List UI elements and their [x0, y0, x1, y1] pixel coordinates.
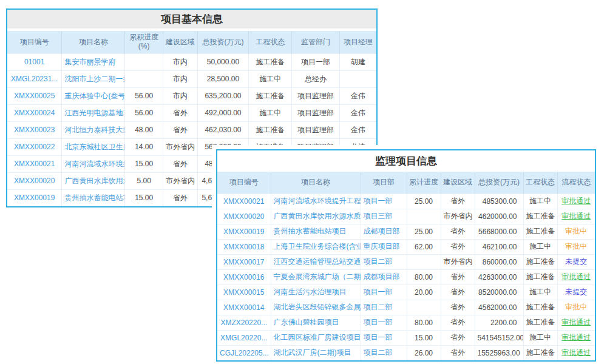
supervision-project-info-table: 项目编号项目名称项目部累计进度建设区域总投资(万元)工程状态流程状态 XMXX0… — [217, 172, 595, 360]
project-name[interactable]: 贵州抽水蓄能电站项目 — [62, 189, 125, 206]
project-name[interactable]: 重庆体验中心(叁号... — [62, 87, 125, 104]
flow-status-cell[interactable]: 审批中 — [557, 300, 595, 315]
table-row: CGJL202205...湖北武汉厂房(二期)项目项目二部26.00省外1552… — [217, 345, 595, 360]
project-name[interactable]: 上海卫生院业务综合楼(含业务用... — [271, 239, 361, 254]
project-id[interactable]: XMXX00023 — [7, 121, 62, 138]
investment-cell: 4620000.00 — [475, 209, 523, 224]
manager-cell: 金伟 — [339, 104, 376, 121]
project-id[interactable]: XMXX00024 — [7, 104, 62, 121]
project-name[interactable]: 化工园区标准厂房建设项目一期项目 — [271, 330, 361, 345]
project-id[interactable]: XMXX00022 — [7, 138, 62, 155]
project-id[interactable]: XMGL20231... — [7, 70, 62, 87]
project-dept[interactable]: 项目三部 — [361, 209, 407, 224]
project-name[interactable]: 江西交通运输管理总站交通枢纽及... — [271, 254, 361, 269]
project-name[interactable]: 宁夏会展湾东城广场（二期）工程 — [271, 269, 361, 285]
project-dept[interactable]: 成都项目部 — [361, 224, 407, 239]
flow-status-cell[interactable]: 审批通过 — [557, 345, 595, 360]
project-id[interactable]: XMXX00017 — [217, 254, 271, 269]
project-name[interactable]: 贵州抽水蓄能电站项目 — [271, 224, 361, 239]
flow-status-cell[interactable]: 审批通过 — [557, 269, 595, 285]
project-name[interactable]: 湖北岩头区段铅锌银多金属矿开采... — [271, 300, 361, 315]
investment-cell: 2200.00 — [475, 315, 523, 330]
department-cell: 项目一部 — [292, 53, 340, 70]
region-cell: 省外 — [441, 345, 475, 360]
project-id[interactable]: XMXX00018 — [217, 239, 271, 254]
flow-status-cell[interactable]: 审批中 — [557, 224, 595, 239]
table-row: XMXX00019贵州抽水蓄能电站项目成都项目部25.00省外5668000.0… — [217, 224, 595, 239]
project-id[interactable]: XMXX00014 — [217, 300, 271, 315]
project-dept[interactable]: 项目一部 — [361, 330, 407, 345]
project-dept[interactable]: 项目二部 — [361, 254, 407, 269]
investment-cell: 462,030.00 — [197, 121, 249, 138]
investment-cell: 462100.00 — [475, 239, 523, 254]
column-header: 累积进度(%) — [125, 31, 163, 53]
progress-cell: 14.00 — [125, 138, 163, 155]
project-dept[interactable]: 重庆项目部 — [361, 239, 407, 254]
status-cell: 施工准备 — [523, 254, 557, 269]
table-row: XMXX00015河南生活污水治理项目项目一部20.00省外8520000.00… — [217, 285, 595, 300]
flow-status-cell[interactable]: 未提交 — [557, 285, 595, 300]
region-cell: 市外省内 — [163, 172, 198, 189]
project-name[interactable]: 河北恒力泰科技大型... — [62, 121, 125, 138]
project-id[interactable]: XMXX00021 — [217, 194, 271, 209]
department-cell: 项目监理部 — [292, 121, 340, 138]
region-cell: 省外 — [441, 315, 475, 330]
progress-cell: 62.00 — [407, 239, 441, 254]
project-name[interactable]: 广西黄田水库饮用水源水质保护项目 — [271, 209, 361, 224]
project-id[interactable]: XMZX20220... — [217, 315, 271, 330]
project-id[interactable]: XMXX00016 — [217, 269, 271, 285]
project-dept[interactable]: 项目一部 — [361, 315, 407, 330]
progress-cell: 15.00 — [125, 189, 163, 206]
project-id[interactable]: XMXX00019 — [217, 224, 271, 239]
flow-status-cell[interactable]: 审批通过 — [557, 209, 595, 224]
flow-status-cell[interactable]: 审批通过 — [557, 315, 595, 330]
status-cell: 施工准备 — [523, 224, 557, 239]
flow-status-cell[interactable]: 审批中 — [557, 239, 595, 254]
manager-cell: 金伟 — [339, 87, 376, 104]
progress-cell — [125, 70, 163, 87]
project-id[interactable]: XMGL20220... — [217, 330, 271, 345]
project-name[interactable]: 集安市丽景学府 — [62, 53, 125, 70]
column-header: 项目名称 — [271, 172, 361, 194]
investment-cell: 5668000.00 — [475, 224, 523, 239]
status-cell: 施工中 — [523, 285, 557, 300]
manager-cell: 金伟 — [339, 121, 376, 138]
project-id[interactable]: CGJL202205... — [217, 345, 271, 360]
project-dept[interactable]: 成都项目部 — [361, 269, 407, 285]
progress-cell: 48.00 — [125, 121, 163, 138]
project-id[interactable]: XMXX00019 — [7, 189, 62, 206]
project-dept[interactable]: 项目二部 — [361, 345, 407, 360]
project-name[interactable]: 北京东城社区卫生服... — [62, 138, 125, 155]
project-name[interactable]: 湖北武汉厂房(二期)项目 — [271, 345, 361, 360]
project-name[interactable]: 河南河流域水环境提升工程 — [271, 194, 361, 209]
project-name[interactable]: 河南生活污水治理项目 — [271, 285, 361, 300]
project-dept[interactable]: 项目二部 — [361, 300, 407, 315]
project-id[interactable]: XMXX00015 — [217, 285, 271, 300]
project-id[interactable]: XMXX00020 — [7, 172, 62, 189]
project-name[interactable]: 江西光明电源基地工程 — [62, 104, 125, 121]
flow-status-cell[interactable]: 审批通过 — [557, 330, 595, 345]
project-dept[interactable]: 项目一部 — [361, 194, 407, 209]
table-row: XMXX00025重庆体验中心(叁号...56.00市内635,200.00施工… — [7, 87, 376, 104]
progress-cell: 26.00 — [407, 345, 441, 360]
column-header: 项目编号 — [7, 31, 62, 53]
column-header: 项目编号 — [217, 172, 271, 194]
project-dept[interactable]: 项目一部 — [361, 285, 407, 300]
project-name[interactable]: 广东佛山碧桂园项目 — [271, 315, 361, 330]
project-name[interactable]: 沈阳市上沙二期一批... — [62, 70, 125, 87]
region-cell: 市外省内 — [163, 138, 198, 155]
investment-cell: 492,000.00 — [197, 104, 249, 121]
project-id[interactable]: XMXX00021 — [7, 155, 62, 172]
department-cell: 项目监理部 — [292, 104, 340, 121]
progress-cell: 25.00 — [407, 194, 441, 209]
progress-cell: 5.00 — [125, 172, 163, 189]
project-id[interactable]: 01001 — [7, 53, 62, 70]
project-id[interactable]: XMXX00020 — [217, 209, 271, 224]
project-name[interactable]: 广西黄田水库饮用水... — [62, 172, 125, 189]
flow-status-cell[interactable]: 未提交 — [557, 254, 595, 269]
region-cell: 市外省内 — [441, 254, 475, 269]
project-name[interactable]: 河南河流域水环境提... — [62, 155, 125, 172]
supervision-project-info-title: 监理项目信息 — [217, 150, 595, 172]
flow-status-cell[interactable]: 审批通过 — [557, 194, 595, 209]
project-id[interactable]: XMXX00025 — [7, 87, 62, 104]
